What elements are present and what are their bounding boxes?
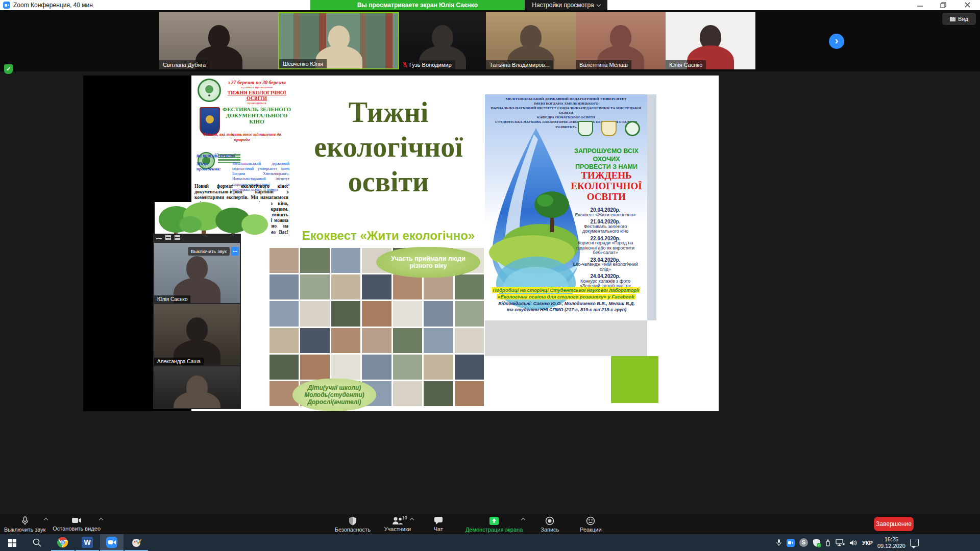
collage-photo xyxy=(362,274,391,299)
participant-tile[interactable]: Гузь Володимир xyxy=(399,12,486,69)
restore-button[interactable] xyxy=(935,0,952,10)
tray-microphone-icon[interactable] xyxy=(776,539,782,546)
shared-screen: з 27 березня по 30 березня в рамках пров… xyxy=(83,76,719,411)
reactions-button[interactable]: Реакции xyxy=(577,514,604,533)
collage-photo xyxy=(331,248,360,273)
collage-photo xyxy=(455,274,484,299)
screen-share-banner: Вы просматриваете экран Юлія Саєнко xyxy=(310,0,525,10)
taskbar-clock[interactable]: 16:25 09.12.2020 xyxy=(877,536,905,549)
collage-photo xyxy=(300,355,329,380)
festival-schedule-note: на кожній перерві xyxy=(197,153,235,158)
stop-video-button[interactable]: Остановить видео xyxy=(53,514,101,533)
chrome-icon xyxy=(57,537,68,548)
next-participants-button[interactable]: › xyxy=(829,34,844,49)
tray-defender-icon[interactable]: ✓ xyxy=(813,538,820,547)
collage-photo xyxy=(331,355,360,380)
tray-network-icon[interactable] xyxy=(836,539,845,546)
end-meeting-button[interactable]: Завершение xyxy=(874,517,914,531)
chevron-up-icon[interactable] xyxy=(521,518,525,522)
overlay-video-tile[interactable] xyxy=(154,366,240,408)
taskbar-paint-button[interactable] xyxy=(125,534,148,551)
collage-photo xyxy=(300,328,329,353)
collage-photo xyxy=(455,381,484,406)
poster-emblems xyxy=(578,121,640,136)
eco-week-schedule: 20.04.2020р. Екоквест «Жити екологічно» … xyxy=(566,206,645,289)
taskbar-date: 09.12.2020 xyxy=(877,543,905,549)
mute-button[interactable]: Выключить звук xyxy=(188,247,230,256)
tray-skype-icon[interactable]: S xyxy=(799,538,808,547)
taskbar-word-button[interactable]: W xyxy=(76,534,99,551)
eco-week-poster: МЕЛІТОПОЛЬСЬКИЙ ДЕРЖАВНИЙ ПЕДАГОГІЧНИЙ У… xyxy=(485,94,647,320)
chevron-up-icon[interactable] xyxy=(44,518,48,522)
language-indicator[interactable]: УКР xyxy=(862,540,873,546)
venue-label: Місце проведення: xyxy=(197,161,230,171)
search-icon xyxy=(33,538,41,547)
zoom-icon xyxy=(106,537,117,548)
muted-mic-icon xyxy=(403,62,407,68)
reactions-icon xyxy=(586,516,595,525)
tray-volume-icon[interactable] xyxy=(849,539,857,546)
record-button[interactable]: Запись xyxy=(536,514,564,533)
facebook-note: Подробиці на сторінці Студентської науко… xyxy=(486,286,646,299)
chat-button[interactable]: Чат xyxy=(425,514,452,533)
responsible-persons: Відповідальні: Саєнко Ю.О., Молодиченко … xyxy=(489,300,644,313)
collage-photo xyxy=(455,355,484,380)
overlay-video-tile[interactable]: Выключить звук ••• Юлія Саєнко xyxy=(154,243,240,303)
participant-name: Шевченко Юлія xyxy=(279,59,327,68)
participants-age-bubble: Участь приймали люди різного віку xyxy=(376,247,480,278)
search-button[interactable] xyxy=(24,534,49,551)
view-button[interactable]: Вид xyxy=(942,13,976,25)
shield-icon xyxy=(349,516,357,525)
taskbar-zoom-button[interactable] xyxy=(100,534,124,551)
view-settings-dropdown[interactable]: Настройки просмотра xyxy=(525,0,607,10)
close-button[interactable] xyxy=(959,0,976,10)
share-screen-button[interactable]: Демонстрация экрана xyxy=(465,514,523,533)
participant-video xyxy=(154,366,240,408)
security-button[interactable]: Безопасность xyxy=(335,514,371,533)
festival-dates: з 27 березня по 30 березня xyxy=(222,80,291,85)
participant-tile[interactable]: Світлана Дубяга xyxy=(159,12,278,69)
camera-icon xyxy=(71,516,82,524)
more-options-button[interactable]: ••• xyxy=(231,247,239,256)
chevron-up-icon[interactable] xyxy=(410,518,414,522)
collage-photo xyxy=(331,301,360,326)
participant-tile[interactable]: Татьяна Владимиров... xyxy=(486,12,576,69)
collage-photo xyxy=(455,328,484,353)
layout-icon[interactable] xyxy=(165,235,171,240)
taskbar-chrome-button[interactable] xyxy=(51,534,75,551)
chevron-down-icon xyxy=(597,3,601,7)
start-button[interactable] xyxy=(0,534,24,551)
minimize-panel-icon[interactable] xyxy=(156,235,162,239)
collage-photo xyxy=(362,301,391,326)
emblem-icon xyxy=(625,121,640,136)
tray-usb-icon[interactable] xyxy=(825,539,831,547)
overlay-video-tile[interactable]: Александра Саша xyxy=(154,304,240,365)
grid-layout-icon[interactable] xyxy=(175,235,180,240)
ecoquest-heading: Екоквест «Жити екологічно» xyxy=(291,229,485,243)
collage-photo xyxy=(424,328,453,353)
participant-name: Юлія Саєнко xyxy=(666,60,706,69)
video-panel-controls xyxy=(156,235,180,240)
participant-name: Гузь Володимир xyxy=(399,60,455,69)
participants-button[interactable]: 10 Участники xyxy=(384,514,411,533)
collage-photo xyxy=(270,328,299,353)
security-shield-icon: ✓ xyxy=(4,64,13,74)
collage-photo xyxy=(393,355,422,380)
participant-tile-active-speaker[interactable]: Шевченко Юлія xyxy=(278,12,399,69)
tray-zoom-icon[interactable] xyxy=(787,539,795,547)
zoom-app-window: Zoom Конференция, 40 мин Вы просматривае… xyxy=(0,0,980,551)
word-icon: W xyxy=(82,537,93,548)
collage-photo xyxy=(393,274,422,299)
minimize-button[interactable] xyxy=(911,0,928,10)
collage-photo xyxy=(393,301,422,326)
collage-photo xyxy=(270,301,299,326)
eco-week-title: ТИЖНЯ ЕКОЛОГІЧНОЇ ОСВІТИ xyxy=(222,90,291,101)
mute-audio-button[interactable]: Выключить звук xyxy=(4,514,45,533)
participant-tile[interactable]: Юлія Саєнко xyxy=(666,12,755,69)
action-center-icon[interactable] xyxy=(910,539,919,546)
chevron-up-icon[interactable] xyxy=(99,518,103,522)
share-screen-icon xyxy=(489,516,499,525)
participant-name: Татьяна Владимиров... xyxy=(486,60,553,69)
participant-tile[interactable]: Валентина Мелаш xyxy=(576,12,666,69)
collage-photo xyxy=(300,274,329,299)
